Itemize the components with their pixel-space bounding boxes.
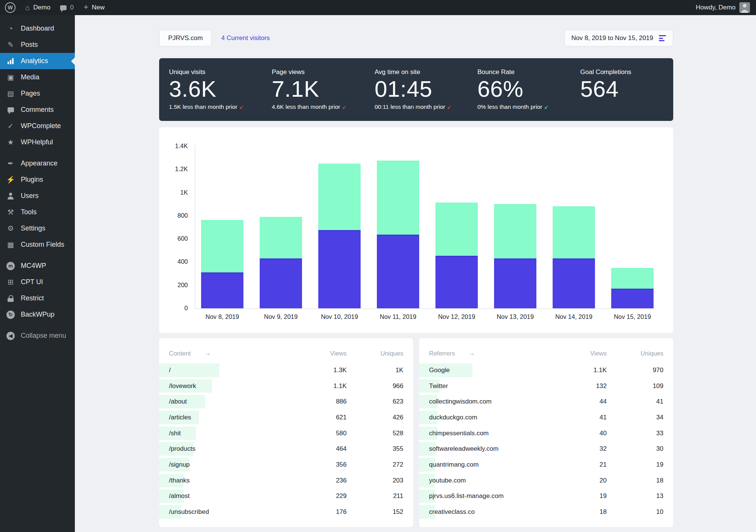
next-arrow-icon[interactable]: → [204,350,211,357]
site-selector-button[interactable]: PJRVS.com [159,30,212,46]
user-icon [6,193,15,200]
sidebar-item-restrict[interactable]: Restrict [0,290,75,306]
current-visitors-link[interactable]: 4 Current visitors [221,34,270,42]
y-axis-tick: 600 [165,235,188,242]
y-axis-line [195,145,195,309]
sidebar-item-comments[interactable]: Comments [0,102,75,118]
row-views-value: 41 [558,414,607,421]
sidebar-item-backwpup[interactable]: ↻BackWPup [0,306,75,323]
comments-count: 0 [70,4,73,11]
bar-segment-uniques [435,256,478,308]
y-axis-tick: 1K [165,189,188,196]
sidebar-item-analytics[interactable]: Analytics [0,53,75,69]
y-axis-tick: 0 [165,305,188,312]
content-row-label: /shit [159,430,297,437]
sidebar-item-label: Plugins [21,176,43,184]
stat-value: 7.1K [272,77,365,101]
sidebar-item-media[interactable]: ▣Media [0,69,75,85]
row-views-value: 19 [558,492,607,500]
sidebar-item-label: CPT UI [21,278,43,286]
avatar [739,2,750,13]
trend-down-arrow-icon: ↙ [544,104,548,110]
referrers-table-title: Referrers [429,350,455,357]
x-axis-label: Nov 8, 2019 [192,313,253,320]
sidebar-item-posts[interactable]: ✎Posts [0,37,75,53]
bar-segment-uniques [377,235,419,308]
row-uniques-value: 355 [347,445,403,453]
row-uniques-value: 41 [607,398,663,405]
row-uniques-value: 18 [607,477,663,484]
stat-column-unique-visits: Unique visits3.6K1.5K less than month pr… [159,58,262,121]
stat-label: Page views [272,68,365,76]
sidebar-item-label: BackWPup [21,311,54,319]
sidebar-item-cpt-ui[interactable]: ⊞CPT UI [0,274,75,290]
star-icon: ★ [6,138,15,147]
sidebar-item-label: Collapse menu [21,332,66,340]
row-views-value: 20 [558,477,607,484]
wrench-icon: ⚒ [6,208,15,217]
row-uniques-value: 211 [347,492,403,500]
stat-column-bounce-rate: Bounce Rate66%0% less than month prior↙ [468,58,570,121]
sidebar-item-appearance[interactable]: ✒Appearance [0,155,75,172]
stat-delta: 4.6K less than month prior↙ [272,104,365,110]
row-views-value: 40 [558,430,607,437]
howdy-menu[interactable]: Howdy, Demo [696,2,756,13]
sidebar-item-users[interactable]: Users [0,188,75,204]
stat-column-page-views: Page views7.1K4.6K less than month prior… [262,58,365,121]
sidebar-item-label: MC4WP [21,262,46,270]
trend-down-arrow-icon: ↙ [239,104,244,110]
sidebar-item-wpcomplete[interactable]: ✓WPComplete [0,118,75,134]
content-card: Content → Views Uniques /1.3K1K/lovework… [159,338,413,527]
row-uniques-value: 33 [607,430,663,437]
content-table-row: /almost229211 [159,489,413,504]
x-axis-line [195,308,657,309]
stat-value: 3.6K [169,77,262,101]
row-views-value: 176 [297,508,347,516]
sidebar-item-label: WPComplete [21,122,61,130]
sidebar-item-label: Dashboard [21,25,54,32]
referrer-row-label: softwareleadweekly.com [419,445,558,453]
next-arrow-icon[interactable]: → [469,350,475,357]
wordpress-menu[interactable]: W [0,0,20,15]
content-row-label: / [159,367,297,374]
sidebar-item-collapse-menu[interactable]: ◀Collapse menu [0,328,75,344]
sidebar-item-custom-fields[interactable]: ▦Custom Fields [0,237,75,253]
sidebar-item-label: Users [21,192,39,200]
content-inner: PJRVS.com 4 Current visitors Nov 8, 2019… [159,15,673,527]
referrer-table-row: chimpessentials.com4033 [419,425,673,441]
referrers-card: Referrers → Views Uniques Google1.1K970T… [419,338,673,527]
bar-segment-pageviews [318,164,361,230]
y-axis-tick: 400 [165,258,188,265]
content-row-label: /about [159,398,297,405]
referrer-table-row: Google1.1K970 [419,362,673,378]
sidebar-item-mc4wp[interactable]: mMC4WP [0,258,75,274]
sidebar-item-plugins[interactable]: ⚡Plugins [0,172,75,188]
row-uniques-value: 1K [347,367,403,374]
wordpress-logo-icon: W [5,2,15,13]
sidebar-item-dashboard[interactable]: ◔Dashboard [0,20,75,37]
stat-label: Avg time on site [375,68,468,76]
content-table-row: /thanks236203 [159,473,413,489]
comment-icon [8,107,14,112]
referrer-row-label: youtube.com [419,477,558,484]
row-uniques-value: 34 [607,414,663,421]
referrers-table-title-group: Referrers → [429,350,558,357]
sidebar-item-tools[interactable]: ⚒Tools [0,204,75,220]
views-column-header: Views [558,350,607,357]
sidebar-item-settings[interactable]: ⚙Settings [0,220,75,237]
brush-icon: ✒ [6,159,15,168]
sidebar: ◔Dashboard✎PostsAnalytics▣Media▤PagesCom… [0,15,75,532]
views-column-header: Views [297,350,347,357]
backwpup-logo-icon: ↻ [6,311,15,319]
sidebar-item-pages[interactable]: ▤Pages [0,85,75,102]
row-uniques-value: 528 [347,430,403,437]
sidebar-item-wphelpful[interactable]: ★WPHelpful [0,134,75,150]
comments-badge[interactable]: 0 [55,0,78,15]
bar-segment-uniques [201,272,243,308]
content-table-row: /articles621426 [159,410,413,425]
new-button[interactable]: + New [79,0,110,15]
site-menu[interactable]: ⌂ Demo [20,0,55,15]
referrer-table-row: Twitter132109 [419,378,673,394]
stats-card: Unique visits3.6K1.5K less than month pr… [159,58,673,121]
date-range-button[interactable]: Nov 8, 2019 to Nov 15, 2019 [564,30,673,46]
